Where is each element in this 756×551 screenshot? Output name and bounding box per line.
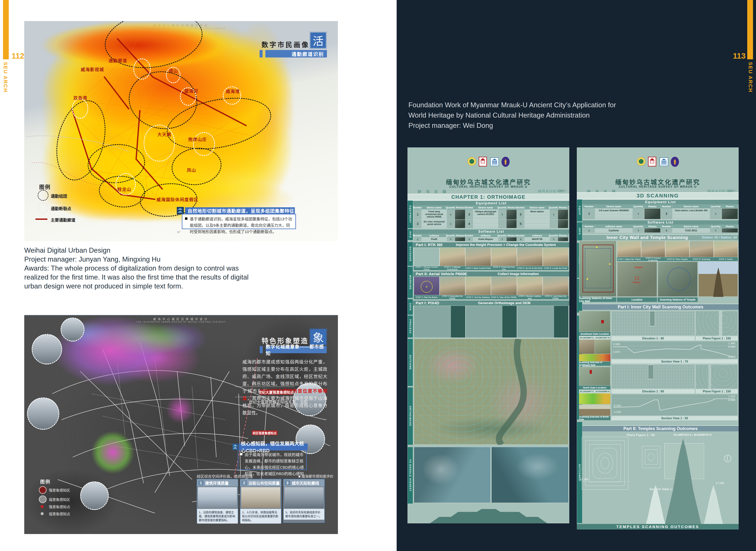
equipment-row: 1Fixed wing unmanned aerial vehicle P600…: [414, 209, 569, 219]
panel-title: 建筑环境质量: [205, 480, 229, 486]
elevation-value: 2.670: [613, 350, 620, 354]
gate-thermal-scan: [579, 393, 610, 404]
panel-photo: [241, 487, 280, 508]
left-side-label: SEU ARCH: [2, 62, 8, 110]
step-photo: [543, 247, 569, 266]
step-caption: STEP 5: Monitor realtime data: [517, 295, 543, 299]
section-drawing: 0.945 2.670 1.380 0.000 -5.310: [611, 341, 738, 359]
cell-photo: [506, 209, 517, 219]
poster-3d-scanning: 缅甸妙乌古城文化遗产研究 CULTURAL HERITAGE SURVEY OF…: [577, 147, 739, 530]
credit-line: urban design were not produced in simple…: [24, 282, 249, 291]
kluahc-logo: [648, 157, 657, 167]
legend-weak-area-icon: [39, 495, 47, 503]
height-value: 27.280: [716, 481, 724, 485]
gate-opening: [650, 311, 655, 326]
col-device: Device name: [422, 205, 447, 209]
poster1-chapter: CHAPTER 1: ORTHOIMAGE: [407, 194, 569, 200]
step-photo: [517, 247, 543, 266]
panel-caption: 2、人行步道、休憩设施等沿街公共空间及设施是重要的影响指标。: [240, 509, 281, 524]
cell-quantity: 1: [550, 209, 558, 219]
poster2-equipment-header: NumberDevice nameQuantityPhotos NumberDe…: [583, 204, 738, 208]
software-screenshot: [465, 306, 517, 338]
left-page-number: 112: [12, 51, 24, 60]
panel-photo: [284, 487, 324, 508]
col-device: Device name: [595, 204, 632, 208]
col-device: Device name: [672, 204, 710, 208]
legend-weak-point-icon: [41, 512, 44, 515]
map2-legend-label: 强意象感知点: [49, 504, 70, 509]
col-software: software: [422, 234, 447, 237]
cell-number: 1: [414, 237, 422, 241]
map1-label: 抱虎山庄: [188, 136, 207, 142]
cell-photo: [558, 219, 568, 228]
step-photo: [465, 247, 491, 266]
evaluation-panel: 1建筑环境质量 1、沿街的建筑高度、建筑立面、建筑质量等因素成为影响都市感受度的…: [197, 479, 238, 523]
perception-tag-caption: 世纪大厦建筑群天际线丰富，沿街: [249, 399, 308, 405]
poster1-pix4d-screens: [414, 306, 569, 338]
legend-corridor-icon: [35, 218, 47, 220]
tab-working: WORKING: [407, 266, 413, 298]
tab-equip: EQUIP: [577, 199, 582, 222]
gate-marker: [590, 370, 592, 374]
right-page-number: 113: [727, 51, 746, 60]
map1-label: 威海影视城: [81, 66, 104, 72]
cell-device: Fixed wing unmanned aerial vehicle P600E: [422, 209, 447, 219]
poster1-equipment-header: NumberDevice nameQuantityPhotos NumberDe…: [414, 205, 569, 209]
leader-line: [235, 387, 295, 387]
wall-elevation-drawing: [611, 311, 695, 336]
poster1-equipment-band: Equipment List: [413, 200, 569, 205]
step-caption: STEP II: Correct Gradienter: [641, 257, 665, 261]
col-photos: Photos: [455, 234, 465, 237]
cell-quantity: 1: [710, 228, 722, 233]
myanmar-dept-logo: [671, 157, 680, 167]
site-photo-circle: [80, 481, 109, 510]
commuter-corridor-map: 威海中心城区总体城市设计 THE INTEGRATED URBAN DESIGN…: [24, 21, 338, 241]
poster1-part2-captions: STEP 1: Plan the Airline STEP 2: Assembl…: [414, 295, 569, 299]
step-caption: STEP 1: Plan the Airline: [414, 295, 440, 299]
panel-number: 1: [198, 480, 204, 486]
tab-outdoor: OUTDOOR: [407, 242, 413, 266]
elevation-value: 1.380: [728, 342, 735, 345]
field-title: Inner City Wall and Temple Scanning: [607, 235, 688, 240]
col-number: Number: [465, 234, 473, 237]
credit-line: Awards: The whole process of digitalizat…: [24, 264, 249, 273]
map1-subtitle-square: [260, 50, 263, 57]
myanmar-dept-logo: [501, 157, 510, 167]
perception-tag: 世纪大厦强意象感知点: [260, 390, 293, 395]
intro-line: Foundation Work of Myanmar Mrauk-U Ancie…: [408, 100, 616, 110]
step-caption: STEP 2: Calibrate Instruments: [440, 266, 465, 270]
drawing-caption: Section View 1 : 50: [611, 416, 738, 420]
step-photo: [414, 247, 440, 266]
col-photos: Photos: [455, 205, 465, 209]
flight-plan-photo: [414, 277, 440, 295]
drawing-caption: Plane Figure 1 : 150: [696, 389, 738, 394]
map2-legend-title: 图例: [40, 478, 51, 485]
poster1-part1-photos: [414, 247, 569, 266]
cell-number: 2: [661, 228, 672, 233]
map1-label: 大天鹅: [157, 131, 171, 137]
field-station-count: Station: 92 / Station: 24: [702, 236, 737, 239]
elevation-value: 0.000: [728, 345, 735, 348]
map1-title: 数字市民画像: [244, 39, 310, 49]
cell-quantity: [498, 219, 506, 228]
se-gate-coords: 93.19418907 E , 20.59072047 N: [579, 336, 610, 340]
map1-callout-body: 基于通勤廊道识别，威海呈现多组团聚集特征，包括13个功能组团，以及9条主要的通勤…: [182, 214, 296, 229]
step-caption: STEP 6: Land down the P600E: [543, 295, 569, 299]
col-device: Device name: [672, 225, 710, 228]
shrine-plan-drawing: [642, 446, 660, 468]
software-screenshot: [517, 306, 569, 338]
map2-stamp-seal: 象: [310, 329, 326, 345]
map1-legend-title: 图例: [39, 183, 51, 190]
col-number: Number: [465, 205, 473, 209]
cell-quantity: 1: [710, 208, 722, 219]
panel-number: 3: [285, 480, 290, 486]
break-point-circle: [133, 58, 151, 79]
break-point-circle: [72, 98, 88, 119]
bullet-square-icon: [240, 453, 242, 455]
map1-page-note: 97: [177, 230, 180, 233]
cell-number: 1: [583, 208, 595, 219]
credit-line: Weihai Digital Urban Design: [24, 246, 249, 255]
part-label: Part I: RTK I60: [413, 242, 443, 247]
temple-scan-ring: [667, 267, 691, 291]
part-label: Part II: Aerial Vehicle P600E: [413, 272, 467, 276]
